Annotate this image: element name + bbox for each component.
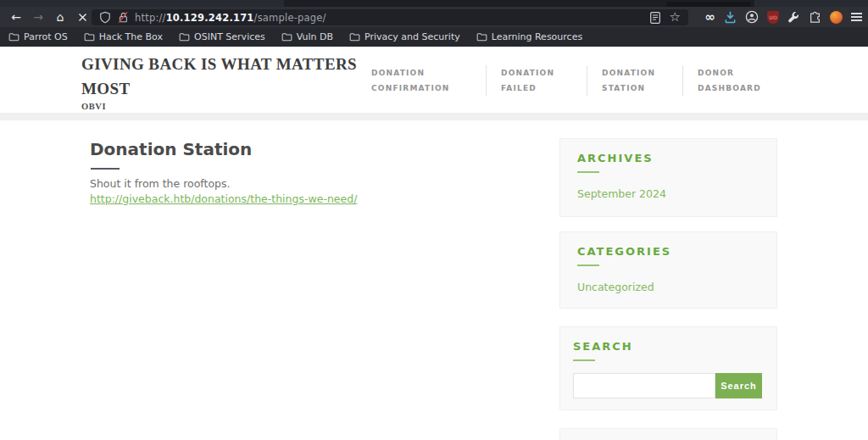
folder-icon [179,32,190,42]
home-icon: ⌂ [57,11,64,23]
stop-button[interactable] [73,8,92,25]
urlbar-actions: ☆ [650,11,681,24]
page-paragraph: Shout it from the rooftops. [90,177,231,190]
categories-widget-title: CATEGORIES [577,245,760,258]
account-icon[interactable] [745,10,759,24]
page-title: Donation Station [90,139,252,159]
ublock-origin-icon[interactable]: UO [767,11,779,24]
search-widget: SEARCH Search [559,326,777,410]
bookmark-star-icon[interactable]: ☆ [670,11,681,24]
webpage: GIVING BACK IS WHAT MATTERS MOST OBVI DO… [0,47,868,440]
sidebar-widget-partial [559,428,777,440]
title-divider [91,168,120,170]
archive-link-september-2024[interactable]: September 2024 [577,187,666,200]
folder-icon [84,32,95,42]
folder-icon [349,32,360,42]
folder-icon [281,32,292,42]
bookmark-label: Learning Resources [492,31,582,42]
nav-donation-station[interactable]: DONATION STATION [587,65,682,96]
url-bar[interactable]: http://10.129.242.171/sample-page/ ☆ [92,9,688,25]
url-text[interactable]: http://10.129.242.171/sample-page/ [135,12,326,24]
stop-icon [78,13,87,22]
downloads-icon[interactable] [724,11,737,24]
site-tagline: OBVI [81,102,106,111]
categories-widget: CATEGORIES Uncategorized [559,231,777,309]
tab-strip-right [754,0,868,7]
toolbar-extensions: ∞ UO [705,7,863,27]
foxyproxy-icon[interactable] [830,11,843,24]
archives-widget: ARCHIVES September 2024 [559,138,777,217]
search-widget-title: SEARCH [573,340,764,353]
extensions-puzzle-icon[interactable] [809,11,821,24]
url-domain: 10.129.242.171 [166,12,254,24]
url-path: /sample-page/ [254,12,326,24]
nav-buttons: ← → ⌂ [7,7,92,27]
forward-button[interactable]: → [29,8,47,25]
ublock-letters: UO [769,14,777,20]
nav-donation-confirmation[interactable]: DONATION CONFIRMATION [371,65,486,96]
browser-toolbar: ← → ⌂ http://10.129.242.1 [0,7,868,27]
bookmark-folder-privacy-and-security[interactable]: Privacy and Security [349,31,460,42]
bookmark-label: Vuln DB [297,31,333,42]
tab-strip [0,0,868,7]
back-icon: ← [11,11,21,23]
wrench-icon[interactable] [787,11,800,24]
widget-divider [573,359,595,361]
infinity-extension-icon[interactable]: ∞ [705,11,716,24]
tracking-shield-icon[interactable] [99,11,111,24]
search-button[interactable]: Search [715,373,762,398]
site-title[interactable]: GIVING BACK IS WHAT MATTERS MOST [81,52,387,101]
search-input[interactable] [573,373,715,398]
bookmark-label: Privacy and Security [364,31,460,42]
bookmark-folder-vuln-db[interactable]: Vuln DB [281,31,333,42]
insecure-lock-icon[interactable] [117,11,129,24]
home-button[interactable]: ⌂ [51,8,70,25]
nav-donor-dashboard[interactable]: DONOR DASHBOARD [682,65,777,96]
search-form: Search [573,373,764,398]
archives-widget-title: ARCHIVES [577,152,760,164]
header-divider-band [0,113,868,120]
site-navigation: DONATION CONFIRMATION DONATION FAILED DO… [371,65,777,96]
active-tab-edge[interactable] [0,0,284,7]
folder-icon [476,32,487,42]
bookmark-folder-parrot-os[interactable]: Parrot OS [8,31,68,42]
widget-divider [577,171,599,173]
bookmarks-bar: Parrot OS Hack The Box OSINT Services Vu… [0,27,868,47]
bookmark-label: Parrot OS [24,31,68,42]
bookmark-label: OSINT Services [194,31,265,42]
widget-divider [577,265,599,266]
menu-icon[interactable] [851,13,862,21]
bookmark-folder-learning-resources[interactable]: Learning Resources [476,31,582,42]
nav-donation-failed[interactable]: DONATION FAILED [486,65,587,96]
back-button[interactable]: ← [7,8,25,25]
reader-mode-icon[interactable] [650,12,660,24]
donations-link[interactable]: http://giveback.htb/donations/the-things… [90,192,357,205]
url-scheme: http:// [135,12,166,24]
bookmark-folder-hack-the-box[interactable]: Hack The Box [84,31,163,42]
folder-icon [8,32,19,42]
forward-icon: → [33,11,43,23]
bookmark-folder-osint-services[interactable]: OSINT Services [179,31,265,42]
browser-window: ← → ⌂ http://10.129.242.1 [0,0,868,440]
bookmark-label: Hack The Box [99,31,163,42]
category-link-uncategorized[interactable]: Uncategorized [577,281,654,293]
